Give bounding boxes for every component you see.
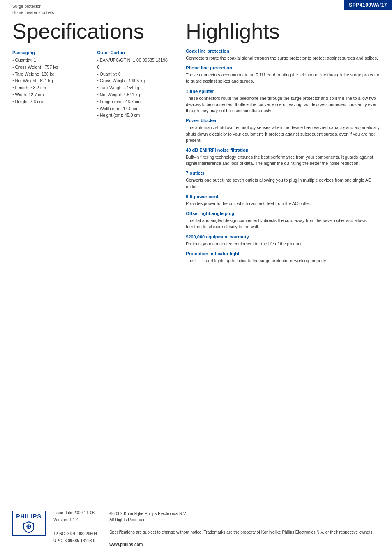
highlight-heading: Offset right-angle plug	[186, 211, 380, 216]
highlight-body: These connectors route the telephone lin…	[186, 95, 380, 114]
list-item: Quantity: 6	[97, 71, 169, 78]
outer-carton-heading: Outer Carton	[97, 50, 169, 55]
highlight-heading: $200,000 equipment warranty	[186, 234, 380, 239]
copyright-line2: All Rights Reserved.	[109, 517, 380, 523]
product-meta: Surge protector Home theater 7 outlets	[12, 3, 54, 16]
highlight-heading: 6 ft power cord	[186, 194, 380, 199]
list-item: Gross Weight: .757 kg	[12, 64, 85, 71]
footer-logo: PHILIPS	[12, 511, 45, 536]
list-item: Tare Weight: .454 kg	[97, 84, 169, 91]
right-column: Highlights Coax line protectionConnector…	[178, 21, 380, 268]
highlight-body: Protects your connected equipment for th…	[186, 241, 380, 247]
footer-copyright: © 2009 Koninklijke Philips Electronics N…	[109, 511, 380, 548]
highlight-heading: Protection indicator light	[186, 251, 380, 256]
highlight-heading: Coax line protection	[186, 49, 380, 53]
packaging-section: Packaging Quantity: 1Gross Weight: .757 …	[12, 50, 85, 119]
list-item: Tare Weight: .136 kg	[12, 71, 85, 78]
highlight-body: Converts one outlet into seven outlets a…	[186, 177, 380, 190]
highlight-item: 6 ft power cordProvides power to the uni…	[186, 194, 380, 207]
highlight-body: These connectors accommodate an RJ11 cor…	[186, 72, 380, 84]
list-item: Quantity: 1	[12, 57, 85, 64]
highlight-body: This automatic shutdown technology sense…	[186, 125, 380, 143]
list-item: Height (cm): 45.0 cm	[97, 112, 169, 119]
list-item: Net Weight: .621 kg	[12, 77, 85, 84]
outer-carton-list: EAN/UPC/GTIN: 1 06 09585 13198 6Quantity…	[97, 57, 169, 119]
website: www.philips.com	[109, 541, 380, 548]
highlight-body: This flat and angled design conveniently…	[186, 217, 380, 230]
product-type: Surge protector	[12, 3, 54, 9]
list-item: Width: 12.7 cm	[12, 91, 85, 98]
list-item: Length: 43.2 cm	[12, 84, 85, 91]
philips-logo-box: PHILIPS	[12, 511, 45, 536]
specifications-title: Specifications	[12, 21, 169, 42]
highlight-item: $200,000 equipment warrantyProtects your…	[186, 234, 380, 247]
highlights-list: Coax line protectionConnectors route the…	[186, 49, 380, 264]
highlight-body: This LED alert lights up to indicate the…	[186, 258, 380, 264]
list-item: Height: 7.6 cm	[12, 98, 85, 105]
highlight-item: 7 outletsConverts one outlet into seven …	[186, 171, 380, 190]
list-item: Net Weight: 4.541 kg	[97, 91, 169, 98]
left-column: Specifications Packaging Quantity: 1Gros…	[12, 21, 178, 268]
product-desc: Home theater 7 outlets	[12, 9, 54, 16]
list-item: EAN/UPC/GTIN: 1 06 09585 13198 6	[97, 57, 169, 71]
logo-text: PHILIPS	[16, 513, 41, 520]
highlight-body: Built-in filtering technology ensures th…	[186, 154, 380, 166]
outer-carton-section: Outer Carton EAN/UPC/GTIN: 1 06 09585 13…	[97, 50, 169, 119]
highlight-item: 40 dB EMI/RFI noise filtrationBuilt-in f…	[186, 148, 380, 166]
product-code-bar: SPP4100WA/17	[344, 0, 392, 10]
highlight-item: Power blockerThis automatic shutdown tec…	[186, 118, 380, 143]
list-item: Length (cm): 46.7 cm	[97, 98, 169, 105]
highlight-heading: 40 dB EMI/RFI noise filtration	[186, 148, 380, 153]
nc-label: 12 NC: 8670 000 29604	[53, 532, 97, 536]
highlight-body: Connectors route the coaxial signal thro…	[186, 55, 380, 61]
highlight-body: Provides power to the unit which can be …	[186, 201, 380, 207]
upc-label: UPC: 6 09585 13198 9	[53, 539, 97, 543]
highlight-item: Offset right-angle plugThis flat and ang…	[186, 211, 380, 230]
footer-info: Issue date 2009-11-06 Version: 1.1.4 12 …	[53, 511, 380, 548]
list-item: Width (cm): 14.0 cm	[97, 105, 169, 112]
logo-shield-icon	[16, 521, 41, 533]
highlight-item: 1-line splitterThese connectors route th…	[186, 89, 380, 114]
highlight-heading: Power blocker	[186, 118, 380, 123]
highlight-item: Protection indicator lightThis LED alert…	[186, 251, 380, 264]
packaging-heading: Packaging	[12, 50, 85, 55]
footer-dates-col: Issue date 2009-11-06 Version: 1.1.4 12 …	[53, 511, 97, 548]
footer: PHILIPS Issue date 2009-11-06 Version: 1…	[0, 503, 392, 555]
highlight-item: Coax line protectionConnectors route the…	[186, 49, 380, 61]
trademark-text: Specifications are subject to change wit…	[109, 529, 380, 535]
copyright-line1: © 2009 Koninklijke Philips Electronics N…	[109, 511, 380, 517]
packaging-list: Quantity: 1Gross Weight: .757 kgTare Wei…	[12, 57, 85, 105]
highlight-heading: 1-line splitter	[186, 89, 380, 94]
version: Version: 1.1.4	[53, 518, 97, 522]
list-item: Gross Weight: 4.995 kg	[97, 77, 169, 84]
highlight-heading: 7 outlets	[186, 171, 380, 176]
highlight-item: Phone line protectionThese connectors ac…	[186, 65, 380, 84]
highlight-heading: Phone line protection	[186, 65, 380, 70]
highlights-title: Highlights	[186, 21, 380, 42]
issue-date: Issue date 2009-11-06	[53, 511, 97, 515]
